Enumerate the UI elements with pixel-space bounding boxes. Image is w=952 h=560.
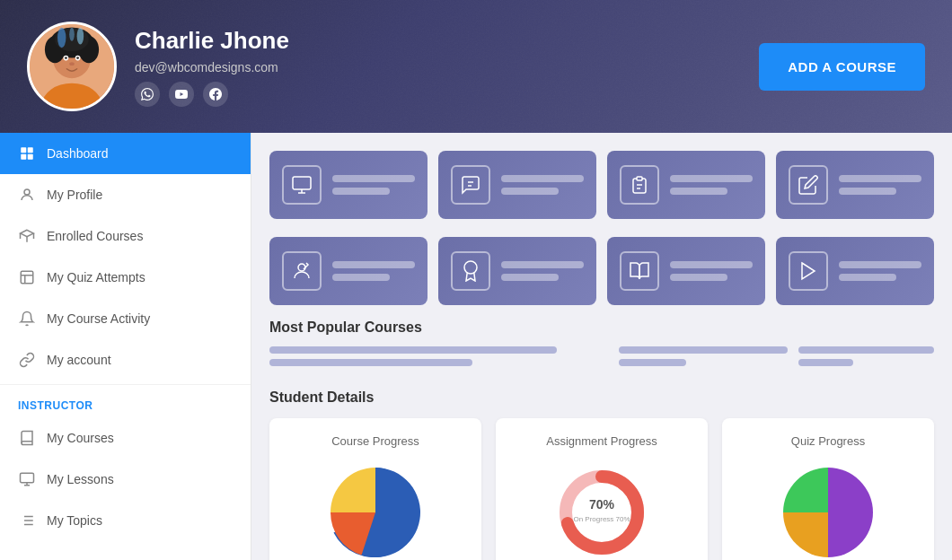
stat-card-5 bbox=[269, 237, 428, 305]
avatar bbox=[27, 22, 117, 111]
my-courses-icon bbox=[18, 429, 36, 447]
svg-rect-23 bbox=[21, 473, 34, 483]
svg-point-12 bbox=[65, 57, 67, 59]
sidebar-item-my-course-activity[interactable]: My Course Activity bbox=[0, 298, 251, 339]
svg-rect-20 bbox=[21, 271, 33, 284]
course-progress-card: Course Progress bbox=[269, 418, 481, 560]
stat-line-6b bbox=[501, 274, 559, 281]
sidebar-item-my-account[interactable]: My account bbox=[0, 339, 251, 381]
course-progress-title: Course Progress bbox=[286, 434, 465, 448]
header-name: Charlie Jhone bbox=[135, 27, 289, 55]
sidebar-item-my-topics-label: My Topics bbox=[47, 513, 102, 528]
stat-line-2b bbox=[501, 188, 559, 195]
svg-rect-15 bbox=[21, 147, 26, 153]
stat-cards-grid-row2 bbox=[269, 237, 934, 305]
popular-bar-1a bbox=[269, 346, 557, 354]
most-popular-title: Most Popular Courses bbox=[269, 319, 934, 336]
sidebar-item-my-account-label: My account bbox=[47, 353, 111, 367]
sidebar-item-dashboard[interactable]: Dashboard bbox=[0, 133, 251, 174]
quiz-attempts-icon bbox=[18, 268, 36, 286]
quiz-progress-title: Quiz Progress bbox=[738, 434, 918, 448]
whatsapp-icon[interactable] bbox=[135, 82, 160, 107]
sidebar-item-enrolled-courses-label: Enrolled Courses bbox=[47, 229, 143, 243]
popular-bar-group-1 bbox=[269, 346, 608, 372]
stat-line-1b bbox=[332, 188, 390, 195]
svg-point-13 bbox=[76, 57, 79, 59]
stat-card-7 bbox=[607, 237, 765, 305]
stat-line-5a bbox=[332, 261, 415, 268]
stat-line-8a bbox=[839, 261, 921, 268]
header-info: Charlie Jhone dev@wbcomdesigns.com bbox=[135, 27, 289, 107]
header: Charlie Jhone dev@wbcomdesigns.com ADD A… bbox=[0, 0, 952, 133]
stat-line-7b bbox=[670, 274, 727, 281]
stat-line-1a bbox=[332, 175, 415, 182]
svg-point-8 bbox=[77, 28, 84, 45]
sidebar-divider bbox=[0, 384, 251, 385]
svg-marker-42 bbox=[802, 263, 815, 279]
stat-line-4b bbox=[839, 188, 896, 195]
stat-icon-6 bbox=[451, 251, 490, 291]
stat-icon-8 bbox=[789, 251, 828, 291]
stat-icon-2 bbox=[451, 165, 490, 205]
sidebar-item-dashboard-label: Dashboard bbox=[47, 146, 109, 161]
facebook-icon[interactable] bbox=[203, 82, 228, 107]
stat-lines-5 bbox=[332, 261, 415, 281]
stat-line-7a bbox=[670, 261, 753, 268]
main-content: Most Popular Courses Student Details Cou… bbox=[251, 133, 952, 560]
sidebar-item-my-profile[interactable]: My Profile bbox=[0, 174, 251, 215]
quiz-progress-chart bbox=[738, 459, 918, 560]
svg-rect-18 bbox=[28, 154, 33, 160]
sidebar-item-my-courses[interactable]: My Courses bbox=[0, 417, 251, 459]
popular-bar-1b bbox=[269, 359, 472, 366]
stat-line-8b bbox=[839, 274, 896, 281]
charts-grid: Course Progress bbox=[269, 418, 934, 560]
stat-icon-1 bbox=[282, 165, 322, 205]
enrolled-courses-icon bbox=[18, 227, 36, 245]
sidebar-item-my-topics[interactable]: My Topics bbox=[0, 500, 251, 541]
stat-line-2a bbox=[501, 175, 584, 182]
instructor-section-label: INSTRUCTOR bbox=[0, 389, 251, 417]
svg-point-14 bbox=[69, 62, 75, 66]
popular-bar-group-2 bbox=[619, 346, 788, 372]
svg-point-19 bbox=[24, 189, 30, 195]
stat-lines-6 bbox=[501, 261, 584, 281]
svg-point-7 bbox=[57, 28, 66, 48]
stat-line-6a bbox=[501, 261, 584, 268]
popular-courses-bars bbox=[269, 346, 934, 372]
sidebar-item-my-courses-label: My Courses bbox=[47, 431, 114, 445]
sidebar-item-my-lessons[interactable]: My Lessons bbox=[0, 459, 251, 500]
sidebar-item-my-quiz-attempts-label: My Quiz Attempts bbox=[47, 270, 145, 284]
popular-bar-group-3 bbox=[798, 346, 934, 372]
stat-lines-3 bbox=[670, 175, 753, 195]
stat-line-5b bbox=[332, 274, 390, 281]
add-course-button[interactable]: ADD A COURSE bbox=[759, 43, 925, 91]
stat-lines-7 bbox=[670, 261, 753, 281]
course-activity-icon bbox=[18, 310, 36, 328]
svg-text:On Progress 70%: On Progress 70% bbox=[573, 515, 630, 523]
stat-line-4a bbox=[839, 175, 921, 182]
main-layout: Dashboard My Profile Enrolled Courses My… bbox=[0, 133, 952, 560]
stat-line-3b bbox=[670, 188, 727, 195]
quiz-progress-card: Quiz Progress bbox=[722, 418, 934, 560]
popular-bar-3b bbox=[798, 359, 852, 366]
svg-rect-37 bbox=[637, 177, 642, 180]
popular-bar-3a bbox=[798, 346, 934, 354]
svg-rect-32 bbox=[293, 177, 311, 189]
student-details-title: Student Details bbox=[269, 389, 934, 406]
youtube-icon[interactable] bbox=[169, 82, 194, 107]
stat-icon-3 bbox=[620, 165, 659, 205]
dashboard-icon bbox=[18, 144, 36, 162]
profile-icon bbox=[18, 186, 36, 204]
sidebar-item-enrolled-courses[interactable]: Enrolled Courses bbox=[0, 215, 251, 257]
svg-rect-16 bbox=[28, 147, 33, 153]
sidebar-item-my-quiz-attempts[interactable]: My Quiz Attempts bbox=[0, 257, 251, 298]
stat-lines-4 bbox=[839, 175, 921, 195]
stat-icon-5 bbox=[282, 251, 322, 291]
stat-card-8 bbox=[776, 237, 934, 305]
stat-icon-4 bbox=[789, 165, 828, 205]
stat-lines-2 bbox=[501, 175, 584, 195]
svg-text:70%: 70% bbox=[589, 497, 615, 512]
svg-rect-17 bbox=[21, 154, 26, 160]
stat-lines-8 bbox=[839, 261, 921, 281]
popular-bar-2b bbox=[619, 359, 686, 366]
